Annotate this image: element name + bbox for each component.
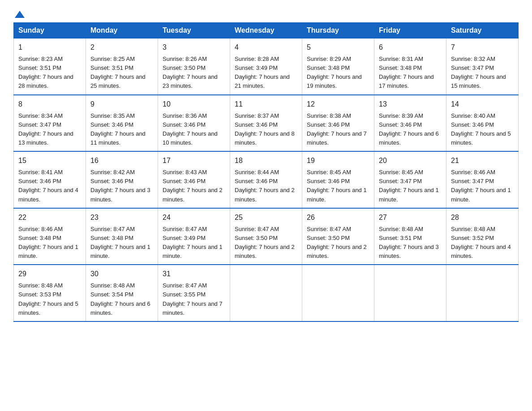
day-number: 9 [90, 99, 153, 110]
day-sunrise: Sunrise: 8:35 AM [90, 112, 135, 119]
day-daylight: Daylight: 7 hours and 1 minute. [90, 244, 150, 259]
calendar-cell: 8Sunrise: 8:34 AMSunset: 3:47 PMDaylight… [14, 95, 86, 152]
day-sunset: Sunset: 3:46 PM [307, 121, 350, 128]
day-sunset: Sunset: 3:48 PM [90, 235, 133, 241]
day-sunrise: Sunrise: 8:37 AM [235, 112, 279, 119]
calendar-cell: 9Sunrise: 8:35 AMSunset: 3:46 PMDaylight… [86, 95, 158, 152]
day-sunrise: Sunrise: 8:36 AM [163, 112, 207, 119]
calendar-cell: 21Sunrise: 8:46 AMSunset: 3:47 PMDayligh… [446, 151, 519, 208]
day-sunrise: Sunrise: 8:48 AM [379, 226, 423, 232]
col-header-thursday: Thursday [302, 23, 374, 39]
day-sunset: Sunset: 3:46 PM [451, 121, 494, 128]
svg-marker-0 [15, 11, 25, 18]
day-sunrise: Sunrise: 8:38 AM [307, 112, 351, 119]
page-header [13, 9, 519, 18]
day-daylight: Daylight: 7 hours and 1 minute. [379, 187, 439, 202]
day-number: 23 [90, 212, 153, 223]
day-number: 20 [379, 155, 442, 166]
day-daylight: Daylight: 7 hours and 6 minutes. [90, 300, 150, 316]
calendar-cell: 28Sunrise: 8:48 AMSunset: 3:52 PMDayligh… [446, 208, 519, 265]
calendar-cell [230, 265, 302, 321]
day-number: 17 [163, 155, 225, 166]
day-sunrise: Sunrise: 8:45 AM [307, 169, 351, 176]
calendar-cell: 14Sunrise: 8:40 AMSunset: 3:46 PMDayligh… [446, 95, 519, 152]
day-number: 8 [18, 99, 81, 110]
day-number: 16 [90, 155, 153, 166]
day-number: 12 [307, 99, 369, 110]
calendar-cell: 27Sunrise: 8:48 AMSunset: 3:51 PMDayligh… [374, 208, 446, 265]
day-sunset: Sunset: 3:46 PM [379, 121, 422, 128]
day-number: 28 [451, 212, 514, 223]
day-daylight: Daylight: 7 hours and 2 minutes. [235, 187, 295, 202]
day-sunrise: Sunrise: 8:34 AM [18, 112, 63, 119]
day-sunrise: Sunrise: 8:23 AM [18, 56, 63, 62]
day-daylight: Daylight: 7 hours and 25 minutes. [90, 73, 146, 89]
day-daylight: Daylight: 7 hours and 1 minute. [307, 187, 367, 202]
day-sunset: Sunset: 3:46 PM [235, 121, 278, 128]
calendar-cell: 18Sunrise: 8:44 AMSunset: 3:46 PMDayligh… [230, 151, 302, 208]
day-sunset: Sunset: 3:51 PM [379, 235, 422, 241]
day-number: 14 [451, 99, 514, 110]
day-sunset: Sunset: 3:53 PM [18, 291, 61, 298]
calendar-cell: 10Sunrise: 8:36 AMSunset: 3:46 PMDayligh… [158, 95, 230, 152]
day-number: 22 [18, 212, 81, 223]
day-sunset: Sunset: 3:51 PM [90, 64, 133, 71]
calendar-week-row: 8Sunrise: 8:34 AMSunset: 3:47 PMDaylight… [14, 95, 519, 152]
day-sunset: Sunset: 3:50 PM [307, 235, 350, 241]
day-sunrise: Sunrise: 8:43 AM [163, 169, 207, 176]
day-sunset: Sunset: 3:47 PM [451, 178, 494, 184]
day-sunset: Sunset: 3:46 PM [235, 178, 278, 184]
calendar-cell: 25Sunrise: 8:47 AMSunset: 3:50 PMDayligh… [230, 208, 302, 265]
day-sunrise: Sunrise: 8:45 AM [379, 169, 423, 176]
calendar-cell: 3Sunrise: 8:26 AMSunset: 3:50 PMDaylight… [158, 39, 230, 95]
day-daylight: Daylight: 7 hours and 23 minutes. [163, 73, 218, 89]
day-sunrise: Sunrise: 8:25 AM [90, 56, 135, 62]
day-number: 2 [90, 42, 153, 53]
day-daylight: Daylight: 7 hours and 1 minute. [163, 244, 223, 259]
day-sunset: Sunset: 3:48 PM [379, 64, 422, 71]
day-number: 3 [163, 42, 225, 53]
calendar-cell: 31Sunrise: 8:47 AMSunset: 3:55 PMDayligh… [158, 265, 230, 321]
day-sunset: Sunset: 3:50 PM [163, 64, 206, 71]
day-sunrise: Sunrise: 8:47 AM [307, 226, 351, 232]
day-sunset: Sunset: 3:47 PM [18, 121, 61, 128]
day-sunrise: Sunrise: 8:41 AM [18, 169, 63, 176]
day-sunset: Sunset: 3:49 PM [163, 235, 206, 241]
day-number: 6 [379, 42, 442, 53]
col-header-wednesday: Wednesday [230, 23, 302, 39]
day-daylight: Daylight: 7 hours and 1 minute. [451, 187, 511, 202]
day-number: 18 [235, 155, 297, 166]
calendar-cell: 12Sunrise: 8:38 AMSunset: 3:46 PMDayligh… [302, 95, 374, 152]
day-daylight: Daylight: 7 hours and 5 minutes. [18, 300, 78, 316]
day-daylight: Daylight: 7 hours and 3 minutes. [379, 244, 439, 259]
logo [13, 9, 25, 18]
day-number: 4 [235, 42, 297, 53]
day-sunrise: Sunrise: 8:39 AM [379, 112, 423, 119]
day-sunrise: Sunrise: 8:44 AM [235, 169, 279, 176]
col-header-monday: Monday [86, 23, 158, 39]
day-sunrise: Sunrise: 8:42 AM [90, 169, 135, 176]
day-number: 31 [163, 269, 225, 279]
calendar-cell [374, 265, 446, 321]
day-number: 24 [163, 212, 225, 223]
day-number: 19 [307, 155, 369, 166]
day-sunset: Sunset: 3:46 PM [18, 178, 61, 184]
day-sunrise: Sunrise: 8:40 AM [451, 112, 495, 119]
day-sunset: Sunset: 3:54 PM [90, 291, 133, 298]
calendar-cell: 2Sunrise: 8:25 AMSunset: 3:51 PMDaylight… [86, 39, 158, 95]
calendar-cell: 26Sunrise: 8:47 AMSunset: 3:50 PMDayligh… [302, 208, 374, 265]
day-sunrise: Sunrise: 8:48 AM [18, 282, 63, 289]
day-number: 30 [90, 269, 153, 279]
day-daylight: Daylight: 7 hours and 11 minutes. [90, 130, 146, 146]
day-sunrise: Sunrise: 8:47 AM [163, 282, 207, 289]
day-sunset: Sunset: 3:52 PM [451, 235, 494, 241]
day-daylight: Daylight: 7 hours and 4 minutes. [18, 187, 78, 202]
day-sunset: Sunset: 3:49 PM [235, 64, 278, 71]
calendar-cell: 1Sunrise: 8:23 AMSunset: 3:51 PMDaylight… [14, 39, 86, 95]
day-number: 5 [307, 42, 369, 53]
day-sunrise: Sunrise: 8:32 AM [451, 56, 495, 62]
day-daylight: Daylight: 7 hours and 2 minutes. [307, 244, 367, 259]
day-number: 1 [18, 42, 81, 53]
calendar-cell [302, 265, 374, 321]
day-sunrise: Sunrise: 8:48 AM [90, 282, 135, 289]
